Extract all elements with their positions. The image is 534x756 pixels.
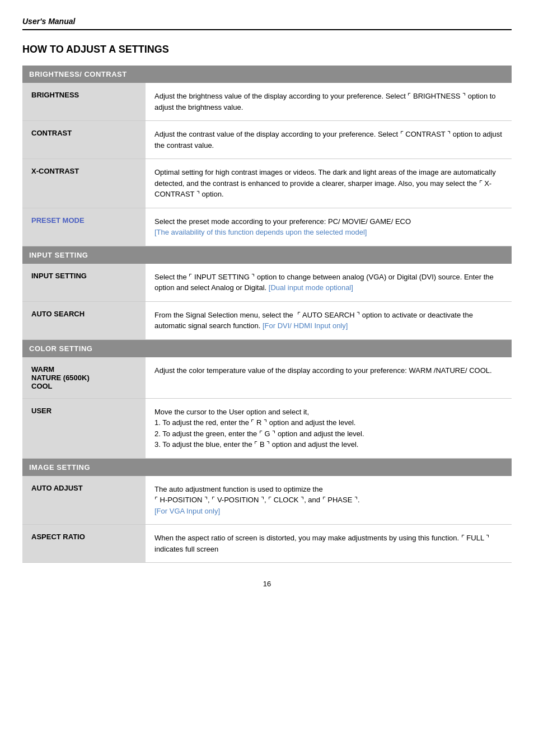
row-label-input-setting: INPUT SETTING: [22, 264, 146, 302]
table-row: AUTO SEARCH From the Signal Selection me…: [22, 301, 512, 339]
row-desc-auto-adjust: The auto adjustment function is used to …: [146, 476, 512, 525]
table-row: PRESET MODE Select the preset mode accor…: [22, 208, 512, 246]
group-label: IMAGE SETTING: [22, 458, 512, 476]
row-desc-warm-nature-cool: Adjust the color temperature value of th…: [146, 357, 512, 399]
row-label-auto-adjust: AUTO ADJUST: [22, 476, 146, 525]
table-row: ASPECT RATIO When the aspect ratio of sc…: [22, 525, 512, 563]
page-title: HOW TO ADJUST A SETTINGS: [22, 44, 512, 55]
row-desc-brightness: Adjust the brightness value of the displ…: [146, 83, 512, 121]
table-row: INPUT SETTING Select the ⌜ INPUT SETTING…: [22, 264, 512, 302]
row-desc-aspect-ratio: When the aspect ratio of screen is disto…: [146, 525, 512, 563]
table-row: USER Move the cursor to the User option …: [22, 398, 512, 458]
row-label-aspect-ratio: ASPECT RATIO: [22, 525, 146, 563]
manual-title: User's Manual: [22, 17, 75, 26]
settings-table: BRIGHTNESS/ CONTRAST BRIGHTNESS Adjust t…: [22, 66, 512, 563]
row-label-warm-nature-cool: WARMNATURE (6500K)COOL: [22, 357, 146, 399]
row-label-user: USER: [22, 398, 146, 458]
auto-adjust-note: [For VGA Input only]: [154, 507, 220, 515]
row-desc-user: Move the cursor to the User option and s…: [146, 398, 512, 458]
group-label: COLOR SETTING: [22, 339, 512, 357]
row-label-auto-search: AUTO SEARCH: [22, 301, 146, 339]
row-label-x-contrast: X-CONTRAST: [22, 159, 146, 208]
row-desc-input-setting: Select the ⌜ INPUT SETTING ⌝ option to c…: [146, 264, 512, 302]
page-header: User's Manual: [22, 17, 512, 30]
table-row: BRIGHTNESS Adjust the brightness value o…: [22, 83, 512, 121]
row-desc-auto-search: From the Signal Selection menu, select t…: [146, 301, 512, 339]
row-label-brightness: BRIGHTNESS: [22, 83, 146, 121]
preset-mode-note: [The availability of this function depen…: [154, 228, 367, 236]
auto-search-note: [For DVI/ HDMI Input only]: [263, 321, 348, 330]
input-setting-note: [Dual input mode optional]: [269, 283, 353, 292]
group-header-image-setting: IMAGE SETTING: [22, 458, 512, 476]
group-header-brightness-contrast: BRIGHTNESS/ CONTRAST: [22, 66, 512, 83]
group-header-input-setting: INPUT SETTING: [22, 246, 512, 264]
row-label-contrast: CONTRAST: [22, 121, 146, 159]
page-number: 16: [22, 580, 512, 588]
table-row: X-CONTRAST Optimal setting for high cont…: [22, 159, 512, 208]
table-row: AUTO ADJUST The auto adjustment function…: [22, 476, 512, 525]
group-label: BRIGHTNESS/ CONTRAST: [22, 66, 512, 83]
row-desc-preset-mode: Select the preset mode according to your…: [146, 208, 512, 246]
row-desc-contrast: Adjust the contrast value of the display…: [146, 121, 512, 159]
table-row: CONTRAST Adjust the contrast value of th…: [22, 121, 512, 159]
row-label-preset-mode: PRESET MODE: [22, 208, 146, 246]
group-label: INPUT SETTING: [22, 246, 512, 264]
row-desc-x-contrast: Optimal setting for high contrast images…: [146, 159, 512, 208]
group-header-color-setting: COLOR SETTING: [22, 339, 512, 357]
table-row: WARMNATURE (6500K)COOL Adjust the color …: [22, 357, 512, 399]
